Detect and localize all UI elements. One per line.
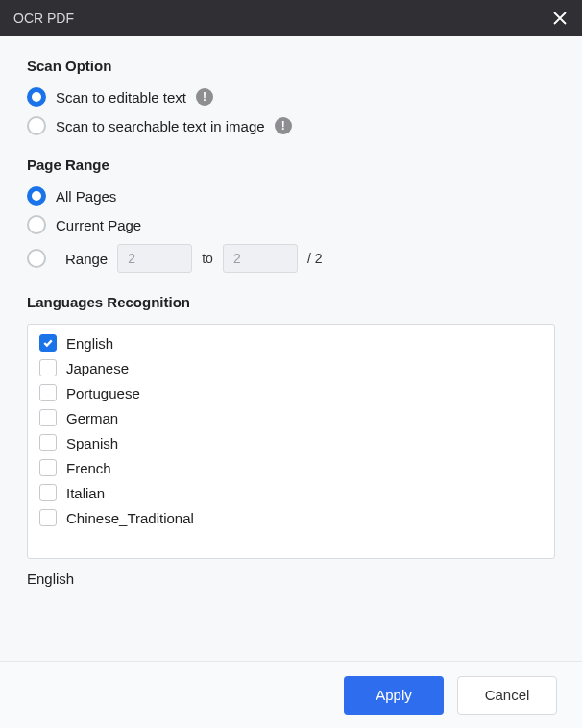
language-checkbox[interactable] bbox=[39, 434, 57, 451]
range-to-label: to bbox=[202, 251, 213, 266]
titlebar: OCR PDF bbox=[0, 0, 582, 36]
language-checkbox[interactable] bbox=[39, 334, 57, 352]
current-page-label: Current Page bbox=[56, 217, 141, 233]
radio-all-pages[interactable] bbox=[27, 186, 46, 206]
range-total: / 2 bbox=[307, 251, 323, 266]
languages-title: Languages Recognition bbox=[27, 294, 555, 310]
language-item[interactable]: Chinese_Traditional bbox=[28, 505, 554, 530]
dialog-title: OCR PDF bbox=[13, 11, 551, 26]
selected-languages-summary: English bbox=[27, 570, 555, 587]
close-icon bbox=[552, 11, 568, 26]
radio-scan-option-0[interactable] bbox=[27, 87, 46, 107]
cancel-button[interactable]: Cancel bbox=[457, 676, 557, 715]
language-item[interactable]: Portuguese bbox=[28, 380, 554, 405]
info-icon[interactable]: ! bbox=[196, 88, 213, 106]
all-pages-label: All Pages bbox=[56, 188, 116, 205]
range-label: Range bbox=[65, 251, 108, 267]
language-item[interactable]: Japanese bbox=[28, 355, 554, 380]
page-range-all[interactable]: All Pages bbox=[27, 186, 555, 206]
language-label: Spanish bbox=[66, 435, 118, 451]
scan-option-1[interactable]: Scan to searchable text in image! bbox=[27, 116, 555, 135]
info-icon[interactable]: ! bbox=[275, 117, 292, 134]
language-label: French bbox=[66, 460, 111, 476]
language-item[interactable]: French bbox=[28, 455, 554, 480]
language-checkbox[interactable] bbox=[39, 384, 57, 401]
apply-button[interactable]: Apply bbox=[344, 676, 444, 715]
close-button[interactable] bbox=[551, 10, 569, 27]
scan-option-label: Scan to editable text bbox=[56, 89, 186, 106]
language-label: Portuguese bbox=[66, 385, 140, 401]
page-range-current[interactable]: Current Page bbox=[27, 215, 555, 234]
radio-scan-option-1[interactable] bbox=[27, 116, 46, 135]
dialog-footer: Apply Cancel bbox=[0, 661, 582, 728]
language-label: Italian bbox=[66, 485, 105, 501]
language-label: Chinese_Traditional bbox=[66, 510, 194, 526]
radio-range[interactable] bbox=[27, 249, 46, 268]
languages-list[interactable]: EnglishJapanesePortugueseGermanSpanishFr… bbox=[27, 324, 555, 559]
language-label: German bbox=[66, 410, 118, 426]
language-label: Japanese bbox=[66, 360, 129, 376]
language-checkbox[interactable] bbox=[39, 459, 57, 476]
page-range-title: Page Range bbox=[27, 157, 555, 173]
scan-option-title: Scan Option bbox=[27, 58, 555, 74]
language-checkbox[interactable] bbox=[39, 484, 57, 501]
language-item[interactable]: Spanish bbox=[28, 430, 554, 455]
language-label: English bbox=[66, 335, 113, 352]
language-checkbox[interactable] bbox=[39, 409, 57, 426]
scan-option-label: Scan to searchable text in image bbox=[56, 118, 265, 134]
page-range-custom[interactable]: Range 2 to 2 / 2 bbox=[27, 244, 555, 273]
language-item[interactable]: German bbox=[28, 405, 554, 430]
language-item[interactable]: Italian bbox=[28, 480, 554, 505]
range-from-input[interactable]: 2 bbox=[117, 244, 192, 273]
range-to-input[interactable]: 2 bbox=[223, 244, 298, 273]
language-checkbox[interactable] bbox=[39, 509, 57, 526]
language-checkbox[interactable] bbox=[39, 359, 57, 376]
radio-current-page[interactable] bbox=[27, 215, 46, 234]
scan-option-0[interactable]: Scan to editable text! bbox=[27, 87, 555, 107]
language-item[interactable]: English bbox=[28, 330, 554, 355]
